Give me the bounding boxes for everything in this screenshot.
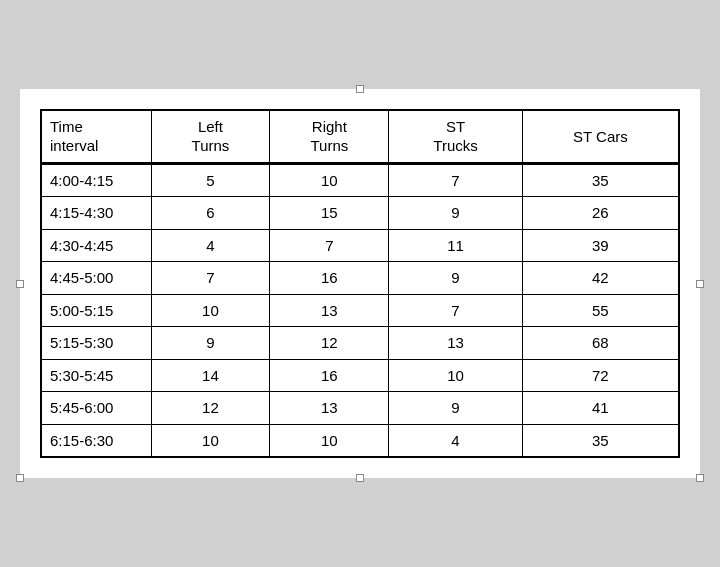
resize-handle-left[interactable] bbox=[16, 280, 24, 288]
cell-left: 12 bbox=[151, 392, 270, 425]
cell-time: 4:30-4:45 bbox=[41, 229, 151, 262]
table-row: 4:00-4:15510735 bbox=[41, 163, 679, 197]
table-row: 5:45-6:001213941 bbox=[41, 392, 679, 425]
cell-st-cars: 72 bbox=[522, 359, 679, 392]
resize-handle-bottom-left[interactable] bbox=[16, 474, 24, 482]
cell-left: 14 bbox=[151, 359, 270, 392]
cell-right: 13 bbox=[270, 294, 389, 327]
cell-right: 7 bbox=[270, 229, 389, 262]
table-row: 6:15-6:301010435 bbox=[41, 424, 679, 457]
header-left-turns: Left Turns bbox=[151, 110, 270, 164]
cell-st-trucks: 7 bbox=[389, 163, 522, 197]
cell-right: 16 bbox=[270, 262, 389, 295]
cell-right: 13 bbox=[270, 392, 389, 425]
header-st-cars: ST Cars bbox=[522, 110, 679, 164]
cell-left: 9 bbox=[151, 327, 270, 360]
cell-time: 5:45-6:00 bbox=[41, 392, 151, 425]
cell-st-trucks: 13 bbox=[389, 327, 522, 360]
cell-st-trucks: 10 bbox=[389, 359, 522, 392]
cell-time: 5:15-5:30 bbox=[41, 327, 151, 360]
cell-st-cars: 39 bbox=[522, 229, 679, 262]
cell-st-cars: 35 bbox=[522, 424, 679, 457]
resize-handle-bottom-right[interactable] bbox=[696, 474, 704, 482]
cell-left: 4 bbox=[151, 229, 270, 262]
header-right-turns: Right Turns bbox=[270, 110, 389, 164]
cell-st-cars: 42 bbox=[522, 262, 679, 295]
cell-left: 10 bbox=[151, 294, 270, 327]
cell-st-cars: 35 bbox=[522, 163, 679, 197]
data-table: Time interval Left Turns Right Turns ST … bbox=[40, 109, 680, 459]
table-row: 5:00-5:151013755 bbox=[41, 294, 679, 327]
cell-st-trucks: 9 bbox=[389, 197, 522, 230]
table-row: 4:30-4:45471139 bbox=[41, 229, 679, 262]
cell-time: 5:00-5:15 bbox=[41, 294, 151, 327]
cell-st-trucks: 11 bbox=[389, 229, 522, 262]
cell-right: 12 bbox=[270, 327, 389, 360]
cell-st-trucks: 4 bbox=[389, 424, 522, 457]
resize-handle-bottom-center[interactable] bbox=[356, 474, 364, 482]
header-st-trucks: ST Trucks bbox=[389, 110, 522, 164]
cell-time: 6:15-6:30 bbox=[41, 424, 151, 457]
cell-st-trucks: 9 bbox=[389, 262, 522, 295]
cell-time: 4:45-5:00 bbox=[41, 262, 151, 295]
header-time: Time interval bbox=[41, 110, 151, 164]
cell-time: 4:00-4:15 bbox=[41, 163, 151, 197]
cell-st-cars: 26 bbox=[522, 197, 679, 230]
cell-left: 5 bbox=[151, 163, 270, 197]
table-row: 4:45-5:00716942 bbox=[41, 262, 679, 295]
table-row: 4:15-4:30615926 bbox=[41, 197, 679, 230]
table-container: Time interval Left Turns Right Turns ST … bbox=[20, 89, 700, 479]
cell-right: 15 bbox=[270, 197, 389, 230]
cell-st-cars: 41 bbox=[522, 392, 679, 425]
cell-right: 16 bbox=[270, 359, 389, 392]
cell-right: 10 bbox=[270, 163, 389, 197]
cell-left: 7 bbox=[151, 262, 270, 295]
cell-st-trucks: 7 bbox=[389, 294, 522, 327]
resize-handle-right[interactable] bbox=[696, 280, 704, 288]
cell-left: 6 bbox=[151, 197, 270, 230]
table-row: 5:30-5:4514161072 bbox=[41, 359, 679, 392]
cell-time: 4:15-4:30 bbox=[41, 197, 151, 230]
table-header-row: Time interval Left Turns Right Turns ST … bbox=[41, 110, 679, 164]
cell-time: 5:30-5:45 bbox=[41, 359, 151, 392]
cell-st-cars: 55 bbox=[522, 294, 679, 327]
cell-st-trucks: 9 bbox=[389, 392, 522, 425]
cell-left: 10 bbox=[151, 424, 270, 457]
cell-st-cars: 68 bbox=[522, 327, 679, 360]
table-row: 5:15-5:309121368 bbox=[41, 327, 679, 360]
cell-right: 10 bbox=[270, 424, 389, 457]
resize-handle-top[interactable] bbox=[356, 85, 364, 93]
